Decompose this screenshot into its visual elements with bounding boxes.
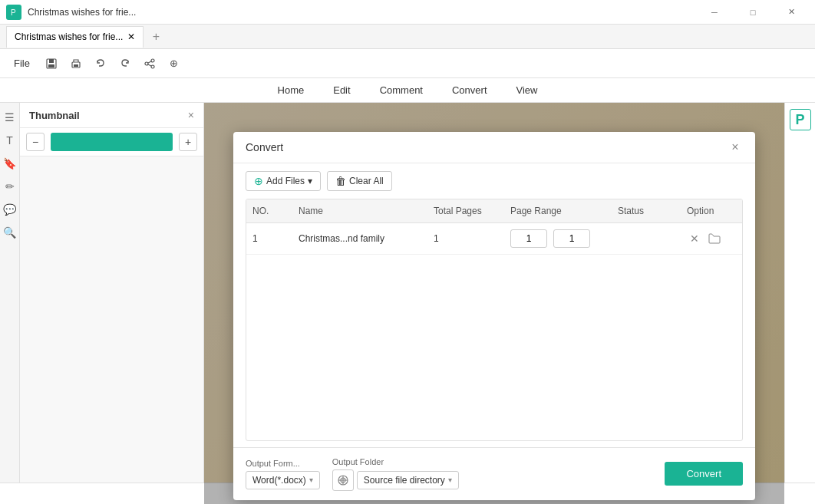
content-area: Convert × ⊕ Add Files ▾ 🗑 Clear All (204, 103, 784, 504)
share-button[interactable] (139, 53, 160, 74)
right-sidebar-icon[interactable]: P (790, 109, 811, 130)
more-button[interactable]: ⊕ (163, 53, 185, 74)
col-header-no: NO. (246, 206, 292, 216)
dialog-header: Convert × (233, 132, 755, 163)
sidebar-icon-comment[interactable]: 💬 (2, 201, 18, 218)
table-empty-area (246, 255, 742, 408)
thumbnail-header: Thumbnail × (20, 103, 203, 128)
svg-point-7 (151, 59, 154, 62)
svg-point-8 (151, 65, 154, 68)
output-format-arrow: ▾ (309, 476, 313, 484)
menu-edit[interactable]: Edit (330, 84, 353, 96)
folder-path-dropdown[interactable]: Source file directory ▾ (357, 471, 459, 489)
open-folder-button[interactable] (707, 231, 722, 246)
menu-view[interactable]: View (513, 84, 541, 96)
sidebar-icon-search[interactable]: 🔍 (2, 224, 18, 241)
titlebar: P Christmas wishes for frie... ─ □ ✕ (0, 0, 815, 25)
svg-line-10 (148, 61, 151, 63)
thumbnail-zoom-out[interactable]: − (26, 133, 45, 151)
range-end-input[interactable] (553, 229, 590, 248)
cell-page-range (504, 229, 612, 248)
col-header-status: Status (612, 206, 681, 216)
svg-line-11 (148, 64, 151, 66)
svg-point-9 (145, 62, 148, 65)
left-sidebar: ☰ T 🔖 ✏ 💬 🔍 (0, 103, 20, 504)
dialog-footer: Output Form... Word(*.docx) ▾ Output Fol… (233, 447, 755, 500)
output-format-dropdown[interactable]: Word(*.docx) ▾ (246, 471, 320, 489)
thumbnail-zoom-bar (51, 133, 173, 151)
cell-option: ✕ (681, 231, 742, 246)
window-title: Christmas wishes for frie... (28, 7, 691, 18)
col-header-option: Option (681, 206, 742, 216)
table-row: 1 Christmas...nd family 1 ✕ (246, 223, 742, 255)
toolbar: File ⊕ (0, 49, 815, 78)
svg-rect-6 (74, 64, 78, 67)
undo-button[interactable] (90, 53, 111, 74)
dialog-toolbar: ⊕ Add Files ▾ 🗑 Clear All (233, 163, 755, 199)
dialog-close-button[interactable]: × (728, 140, 743, 155)
save-button[interactable] (41, 53, 62, 74)
clear-all-icon: 🗑 (335, 175, 346, 187)
close-button[interactable]: ✕ (774, 0, 809, 25)
dialog-overlay: Convert × ⊕ Add Files ▾ 🗑 Clear All (204, 103, 784, 504)
output-format-label: Output Form... (246, 459, 320, 468)
sidebar-icon-text[interactable]: T (2, 132, 18, 149)
convert-dialog: Convert × ⊕ Add Files ▾ 🗑 Clear All (233, 132, 755, 500)
add-files-label: Add Files (266, 176, 305, 186)
cell-no: 1 (246, 233, 292, 244)
menubar: Home Edit Comment Convert View (0, 78, 815, 103)
menu-home[interactable]: Home (275, 84, 308, 96)
folder-icon-button[interactable] (332, 469, 354, 491)
new-tab-button[interactable]: + (145, 26, 167, 48)
thumbnail-title: Thumbnail (29, 110, 80, 121)
delete-row-button[interactable]: ✕ (687, 231, 702, 246)
document-tab[interactable]: Christmas wishes for frie... ✕ (6, 26, 144, 48)
tab-label: Christmas wishes for frie... (15, 31, 123, 42)
redo-button[interactable] (114, 53, 136, 74)
col-header-page-range: Page Range (504, 206, 612, 216)
col-header-name: Name (292, 206, 427, 216)
main-layout: ☰ T 🔖 ✏ 💬 🔍 Thumbnail × − + (0, 103, 815, 504)
convert-button[interactable]: Convert (665, 462, 743, 486)
window-controls: ─ □ ✕ (697, 0, 809, 25)
folder-path-value: Source file directory (364, 475, 445, 486)
col-header-total-pages: Total Pages (427, 206, 504, 216)
tab-close-icon[interactable]: ✕ (127, 31, 135, 42)
svg-text:P: P (11, 8, 16, 17)
output-folder-select: Source file directory ▾ (332, 469, 459, 491)
print-button[interactable] (65, 53, 87, 74)
thumbnail-zoom-in[interactable]: + (179, 133, 197, 151)
right-sidebar: P (784, 103, 815, 504)
thumbnail-panel: Thumbnail × − + (20, 103, 204, 504)
cell-name: Christmas...nd family (292, 233, 427, 244)
svg-rect-3 (49, 59, 54, 63)
sidebar-icon-menu[interactable]: ☰ (2, 109, 18, 126)
svg-rect-4 (48, 64, 54, 68)
sidebar-icon-edit[interactable]: ✏ (2, 178, 18, 195)
output-format-select: Word(*.docx) ▾ (246, 471, 320, 489)
thumbnail-toolbar: − + (20, 128, 203, 156)
menu-comment[interactable]: Comment (377, 84, 426, 96)
range-start-input[interactable] (510, 229, 547, 248)
folder-path-arrow: ▾ (448, 476, 452, 484)
dialog-title: Convert (246, 141, 283, 153)
maximize-button[interactable]: □ (735, 0, 770, 25)
app-icon: P (6, 5, 21, 20)
thumbnail-close-button[interactable]: × (188, 109, 194, 121)
tab-bar: Christmas wishes for frie... ✕ + (0, 25, 815, 49)
output-format-value: Word(*.docx) (252, 475, 306, 486)
table-header: NO. Name Total Pages Page Range Status O… (246, 199, 742, 223)
add-files-icon: ⊕ (254, 175, 263, 187)
file-table: NO. Name Total Pages Page Range Status O… (246, 199, 743, 441)
file-menu[interactable]: File (6, 58, 38, 69)
clear-all-button[interactable]: 🗑 Clear All (327, 171, 392, 191)
output-format-section: Output Form... Word(*.docx) ▾ (246, 459, 320, 489)
add-files-dropdown-icon: ▾ (308, 176, 312, 186)
sidebar-icon-bookmark[interactable]: 🔖 (2, 155, 18, 172)
clear-all-label: Clear All (349, 176, 384, 186)
minimize-button[interactable]: ─ (697, 0, 732, 25)
output-folder-section: Output Folder So (332, 457, 459, 491)
cell-total-pages: 1 (427, 233, 504, 244)
add-files-button[interactable]: ⊕ Add Files ▾ (246, 171, 321, 191)
menu-convert[interactable]: Convert (449, 84, 490, 96)
